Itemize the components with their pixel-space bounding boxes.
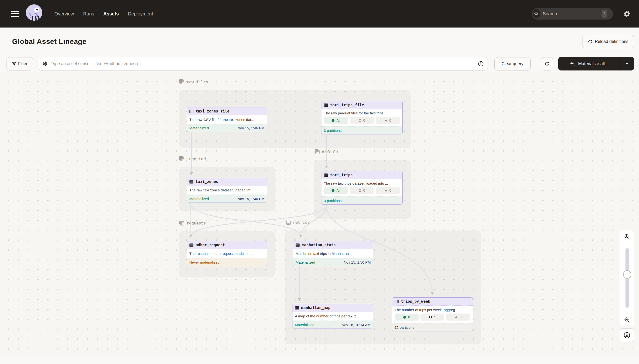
partitions-count: 3 partitions — [324, 128, 341, 132]
asset-node-manhattan-map[interactable]: manhattan_map A map of the number of tri… — [292, 304, 373, 329]
nav-link-overview[interactable]: Overview — [54, 11, 74, 17]
asset-node-taxi-zones-file[interactable]: taxi_zones_file The raw CSV file for the… — [187, 107, 267, 132]
asset-description: The raw CSV file for the taxi zones dat.… — [189, 117, 264, 122]
asset-description: The number of trips per week, aggreg... — [395, 307, 470, 313]
asset-node-trips-by-week[interactable]: trips_by_week The number of trips per we… — [392, 298, 473, 332]
sparkle-icon — [570, 61, 575, 66]
table-icon — [324, 103, 328, 107]
failed-partitions-pill: 4 — [420, 314, 445, 320]
asset-name: manhattan_map — [301, 306, 330, 310]
zoom-out-icon — [624, 317, 630, 323]
search-icon — [533, 9, 540, 18]
zoom-slider[interactable] — [620, 243, 634, 313]
settings-gear-icon[interactable] — [623, 10, 630, 18]
asset-name: adhoc_request — [196, 243, 225, 247]
asset-name: taxi_zones_file — [196, 109, 229, 114]
asset-node-taxi-trips-file[interactable]: taxi_trips_file The raw parquet files fo… — [321, 101, 403, 134]
zoom-slider-thumb[interactable] — [623, 270, 631, 278]
clear-query-button[interactable]: Clear query — [494, 57, 530, 70]
materialized-partitions-pill: All — [324, 117, 348, 124]
asset-name: trips_by_week — [401, 299, 430, 304]
materialize-dropdown-caret[interactable] — [620, 57, 634, 70]
failed-ring-icon — [429, 316, 432, 318]
top-nav: Overview Runs Assets Deployment / — [0, 0, 639, 28]
reload-definitions-button[interactable]: Reload definitions — [582, 35, 634, 48]
materialized-timestamp: Nov 15, 1:46 PM — [237, 197, 264, 201]
refresh-icon — [544, 61, 549, 66]
asset-graph-icon — [43, 61, 48, 66]
missing-triangle-icon — [455, 316, 458, 318]
table-icon — [296, 243, 300, 247]
zoom-in-button[interactable] — [620, 230, 634, 243]
failed-partitions-pill: 0 — [350, 117, 374, 124]
table-icon — [189, 109, 193, 114]
materialized-timestamp: Nov 15, 1:46 PM — [237, 126, 264, 130]
materialized-dot-icon — [403, 316, 406, 318]
zoom-out-button[interactable] — [620, 313, 634, 326]
asset-name: taxi_zones — [196, 180, 218, 184]
asset-description: The raw taxi zones dataset, loaded int..… — [189, 187, 264, 193]
asset-query-box — [39, 57, 488, 70]
status-badge: Materialized — [189, 197, 209, 201]
nav-links: Overview Runs Assets Deployment — [54, 11, 153, 17]
lineage-toolbar: Filter Clear query — [7, 57, 634, 70]
missing-partitions-pill: 0 — [376, 187, 400, 194]
filter-button[interactable]: Filter — [7, 57, 33, 70]
page-header: Global Asset Lineage Reload definitions — [0, 28, 639, 56]
lineage-canvas[interactable]: raw_files ingested default requests metr… — [0, 72, 639, 357]
filter-funnel-icon — [12, 62, 16, 66]
zoom-in-icon — [624, 234, 630, 240]
asset-node-taxi-zones[interactable]: taxi_zones The raw taxi zones dataset, l… — [187, 178, 267, 203]
dagster-logo[interactable] — [25, 4, 43, 24]
asset-node-manhattan-stats[interactable]: manhattan_stats Metrics on taxi trips in… — [293, 241, 373, 266]
download-image-button[interactable] — [620, 328, 634, 342]
partition-health: All 0 0 — [324, 187, 400, 194]
table-icon — [295, 306, 299, 310]
failed-ring-icon — [359, 189, 361, 192]
partitions-count: 3 partitions — [324, 199, 341, 203]
missing-partitions-pill: 0 — [446, 314, 470, 320]
status-badge: Materialized — [295, 323, 314, 327]
hamburger-menu-icon[interactable] — [11, 11, 19, 17]
materialize-all-button[interactable]: Materialize all... — [558, 57, 634, 70]
missing-partitions-pill: 0 — [376, 117, 400, 124]
table-icon — [189, 180, 193, 184]
asset-name: taxi_trips — [330, 173, 353, 177]
asset-node-taxi-trips[interactable]: taxi_trips The raw taxi trips dataset, l… — [321, 171, 403, 205]
table-icon — [324, 173, 328, 177]
nav-link-deployment[interactable]: Deployment — [128, 11, 153, 17]
missing-triangle-icon — [384, 189, 387, 192]
partition-health: All 0 0 — [324, 117, 400, 124]
asset-description: A map of the number of trips per taxi z.… — [295, 313, 370, 319]
table-icon — [189, 243, 193, 247]
asset-name: manhattan_stats — [302, 243, 336, 247]
asset-description: The response to an request made in th... — [189, 251, 264, 256]
materialized-dot-icon — [332, 119, 334, 122]
search-shortcut-badge: / — [601, 10, 607, 18]
asset-description: The raw taxi trips dataset, loaded into … — [324, 180, 400, 186]
materialized-partitions-pill: All — [324, 187, 348, 194]
nav-link-assets[interactable]: Assets — [103, 11, 119, 17]
materialized-partitions-pill: 8 — [395, 314, 419, 320]
materialized-dot-icon — [332, 189, 334, 192]
global-search[interactable]: / — [532, 8, 613, 20]
asset-description: The raw parquet files for the taxi trips… — [324, 110, 400, 116]
materialized-timestamp: Nov 16, 10:14 AM — [342, 323, 370, 327]
asset-description: Metrics on taxi trips in Manhattan — [296, 251, 371, 256]
info-icon[interactable] — [478, 61, 484, 66]
download-icon — [623, 332, 630, 339]
status-badge: Never materialized — [189, 260, 220, 264]
materialized-timestamp: Nov 15, 1:50 PM — [344, 260, 371, 264]
nav-link-runs[interactable]: Runs — [83, 11, 94, 17]
partition-health: 8 4 0 — [395, 314, 470, 320]
refresh-graph-button[interactable] — [541, 57, 553, 70]
asset-subset-input[interactable] — [51, 61, 478, 66]
page-title: Global Asset Lineage — [12, 38, 87, 46]
search-input[interactable] — [543, 11, 601, 16]
asset-node-adhoc-request[interactable]: adhoc_request The response to an request… — [187, 241, 267, 266]
missing-triangle-icon — [384, 119, 387, 122]
table-icon — [395, 300, 399, 304]
status-badge: Materialized — [189, 126, 209, 130]
refresh-icon — [588, 39, 592, 44]
failed-partitions-pill: 0 — [350, 187, 374, 194]
